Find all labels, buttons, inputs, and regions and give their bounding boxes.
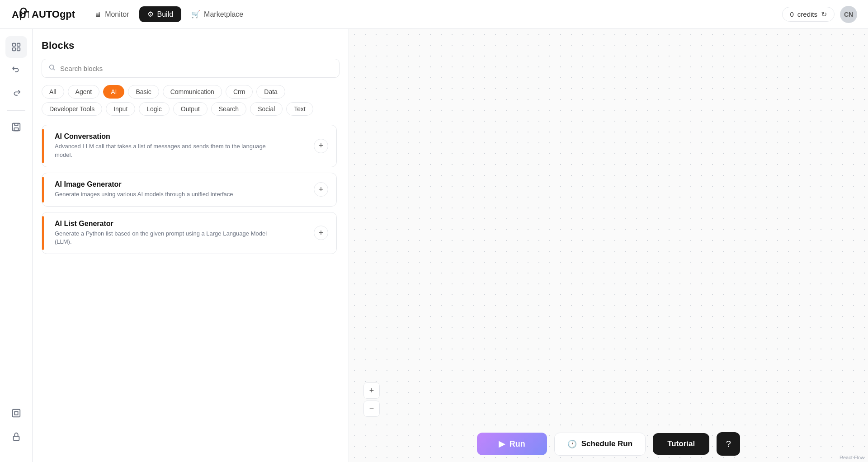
filter-tags: All Agent AI Basic Communication Crm Dat… (42, 85, 340, 116)
run-button[interactable]: ▶ Run (477, 433, 547, 455)
cart-icon: 🛒 (191, 10, 200, 19)
clock-icon: 🕐 (567, 439, 577, 449)
search-icon (48, 64, 56, 73)
blocks-title: Blocks (42, 40, 340, 52)
filter-logic[interactable]: Logic (139, 102, 169, 116)
sidebar-item-undo[interactable] (5, 60, 27, 81)
block-card-ai-list-generator[interactable]: AI List Generator Generate a Python list… (42, 212, 337, 255)
main-layout: Blocks All Agent AI Basic Communication … (0, 29, 868, 462)
svg-rect-5 (17, 48, 19, 51)
zoom-in-button[interactable]: + (363, 382, 380, 399)
accent-bar (42, 216, 44, 250)
tutorial-button[interactable]: Tutorial (653, 433, 709, 455)
zoom-out-button[interactable]: − (363, 401, 380, 417)
header: AUTO AUTOgpt 🖥 Monitor ⚙ Build 🛒 Marketp… (0, 0, 868, 29)
filter-social[interactable]: Social (250, 102, 283, 116)
bottom-bar: ▶ Run 🕐 Schedule Run Tutorial ? (349, 426, 868, 462)
block-card-ai-image-generator[interactable]: AI Image Generator Generate images using… (42, 173, 337, 207)
filter-communication[interactable]: Communication (163, 85, 222, 99)
block-card-content: AI Image Generator Generate images using… (50, 180, 314, 199)
run-icon: ▶ (499, 439, 505, 449)
block-card-content: AI List Generator Generate a Python list… (50, 220, 314, 247)
filter-developer-tools[interactable]: Developer Tools (42, 102, 102, 116)
search-input[interactable] (60, 65, 333, 72)
help-button[interactable]: ? (717, 432, 740, 456)
accent-bar (42, 129, 44, 163)
filter-basic[interactable]: Basic (128, 85, 159, 99)
svg-rect-3 (17, 43, 19, 46)
block-add-button[interactable]: + (314, 182, 328, 197)
accent-bar (42, 177, 44, 203)
main-nav: 🖥 Monitor ⚙ Build 🛒 Marketplace (86, 6, 251, 22)
schedule-run-button[interactable]: 🕐 Schedule Run (554, 433, 646, 456)
filter-text[interactable]: Text (286, 102, 313, 116)
block-description: Generate a Python list based on the give… (55, 230, 272, 247)
search-box (42, 59, 340, 78)
block-description: Advanced LLM call that takes a list of m… (55, 142, 272, 160)
sidebar-item-lock[interactable] (5, 426, 27, 448)
filter-input[interactable]: Input (106, 102, 135, 116)
svg-point-10 (50, 65, 54, 69)
block-title: AI Image Generator (55, 180, 314, 189)
build-icon: ⚙ (147, 10, 154, 19)
block-title: AI List Generator (55, 220, 314, 228)
block-card-ai-conversation[interactable]: AI Conversation Advanced LLM call that t… (42, 125, 337, 167)
filter-output[interactable]: Output (173, 102, 208, 116)
block-list: AI Conversation Advanced LLM call that t… (42, 125, 340, 451)
header-right: 0 credits ↻ CN (782, 6, 857, 23)
schedule-run-label: Schedule Run (581, 439, 632, 448)
sidebar-icons (0, 29, 33, 462)
svg-rect-4 (12, 48, 15, 51)
zoom-controls: + − (363, 382, 380, 417)
credits-count: 0 (790, 10, 793, 18)
filter-ai[interactable]: AI (103, 85, 124, 99)
filter-agent[interactable]: Agent (68, 85, 100, 99)
svg-rect-2 (12, 43, 15, 46)
sidebar-item-save[interactable] (5, 116, 27, 138)
monitor-icon: 🖥 (94, 10, 101, 19)
filter-search[interactable]: Search (211, 102, 246, 116)
sidebar-bottom (5, 402, 27, 455)
react-flow-label: React Flow (840, 455, 864, 460)
block-title: AI Conversation (55, 132, 314, 141)
credits-label: credits (797, 10, 817, 18)
svg-rect-8 (12, 410, 20, 417)
avatar[interactable]: CN (840, 6, 857, 23)
nav-marketplace[interactable]: 🛒 Marketplace (183, 6, 251, 22)
help-icon: ? (726, 439, 731, 449)
sidebar-divider (7, 110, 25, 111)
blocks-panel: Blocks All Agent AI Basic Communication … (33, 29, 349, 462)
svg-rect-7 (14, 128, 18, 131)
filter-all[interactable]: All (42, 85, 64, 99)
block-card-content: AI Conversation Advanced LLM call that t… (50, 132, 314, 160)
svg-rect-6 (12, 123, 20, 131)
filter-data[interactable]: Data (256, 85, 285, 99)
svg-rect-9 (13, 436, 19, 440)
logo[interactable]: AUTO AUTOgpt (11, 5, 75, 24)
canvas-area[interactable]: + − ▶ Run 🕐 Schedule Run Tutorial ? Reac… (349, 29, 868, 462)
refresh-icon[interactable]: ↻ (821, 10, 827, 19)
credits-badge: 0 credits ↻ (782, 7, 835, 22)
block-add-button[interactable]: + (314, 139, 328, 153)
run-label: Run (509, 439, 525, 449)
sidebar-item-blocks[interactable] (5, 36, 27, 58)
logo-text: AUTOgpt (32, 9, 75, 20)
nav-monitor[interactable]: 🖥 Monitor (86, 6, 137, 22)
block-description: Generate images using various AI models … (55, 190, 272, 199)
filter-crm[interactable]: Crm (226, 85, 253, 99)
sidebar-item-redo[interactable] (5, 83, 27, 105)
sidebar-item-zoom-fit[interactable] (5, 402, 27, 424)
nav-build[interactable]: ⚙ Build (139, 6, 182, 22)
block-add-button[interactable]: + (314, 226, 328, 240)
